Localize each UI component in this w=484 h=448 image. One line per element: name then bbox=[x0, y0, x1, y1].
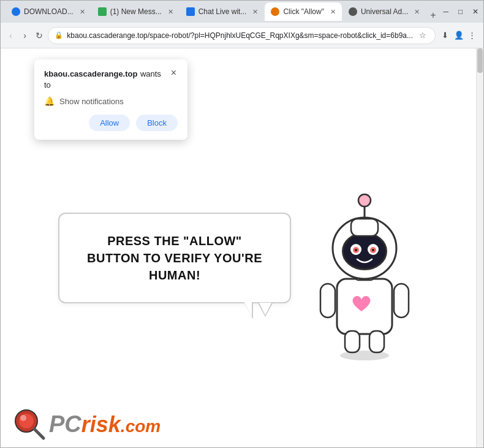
window-controls: ─ □ ✕ bbox=[440, 6, 482, 18]
page-content: kbaou.cascaderange.top wants to × 🔔 Show… bbox=[1, 48, 483, 447]
tab-favicon-mail bbox=[98, 7, 107, 16]
minimize-button[interactable]: ─ bbox=[440, 6, 452, 18]
speech-bubble-wrapper: PRESS THE "ALLOW" BUTTON TO VERIFY YOU'R… bbox=[58, 213, 291, 303]
tab-label-allow: Click "Allow" bbox=[283, 7, 324, 16]
download-icon[interactable]: ⬇ bbox=[439, 29, 452, 42]
logo-risk: risk bbox=[81, 412, 121, 438]
robot-illustration bbox=[303, 181, 426, 352]
back-button[interactable]: ‹ bbox=[6, 27, 16, 44]
popup-to-text: to bbox=[44, 80, 51, 89]
star-icon[interactable]: ☆ bbox=[417, 29, 429, 42]
logo-text-group: PC risk .com bbox=[49, 411, 161, 438]
robot-left-leg bbox=[345, 331, 360, 352]
popup-notification-row: 🔔 Show notifications bbox=[44, 96, 178, 106]
tab-label-downloading: DOWNLOAD... bbox=[24, 7, 74, 16]
address-bar-row: ‹ › ↻ 🔒 kbaou.cascaderange.top/space-rob… bbox=[1, 23, 483, 48]
tab-favicon-downloading bbox=[12, 7, 20, 16]
address-icons: ☆ bbox=[417, 29, 429, 42]
bell-icon: 🔔 bbox=[44, 96, 55, 106]
tab-close-chat[interactable]: ✕ bbox=[252, 8, 258, 16]
tab-universal[interactable]: Universal Ad... ✕ bbox=[342, 2, 426, 21]
forward-button[interactable]: › bbox=[20, 27, 30, 44]
lock-icon: 🔒 bbox=[55, 31, 63, 39]
scrollbar-thumb[interactable] bbox=[477, 48, 483, 73]
popup-header: kbaou.cascaderange.top wants to × bbox=[44, 68, 178, 90]
allow-button[interactable]: Allow bbox=[89, 115, 130, 131]
address-field[interactable]: 🔒 kbaou.cascaderange.top/space-robot/?pl… bbox=[48, 27, 436, 44]
logo-magnifier-icon bbox=[13, 408, 47, 441]
content-section: PRESS THE "ALLOW" BUTTON TO VERIFY YOU'R… bbox=[1, 181, 483, 352]
popup-wants-text: wants bbox=[140, 69, 161, 78]
block-button[interactable]: Block bbox=[136, 115, 178, 131]
robot-antenna-ball bbox=[358, 194, 371, 207]
scrollbar[interactable] bbox=[476, 48, 483, 447]
tab-mail[interactable]: (1) New Mess... ✕ bbox=[92, 2, 180, 21]
title-bar: DOWNLOAD... ✕ (1) New Mess... ✕ Chat Liv… bbox=[1, 1, 483, 23]
tab-close-mail[interactable]: ✕ bbox=[168, 8, 173, 16]
robot-right-arm bbox=[394, 284, 409, 317]
popup-buttons: Allow Block bbox=[44, 115, 178, 131]
notification-popup: kbaou.cascaderange.top wants to × 🔔 Show… bbox=[34, 59, 187, 140]
logo-com: .com bbox=[121, 417, 161, 436]
browser-window: DOWNLOAD... ✕ (1) New Mess... ✕ Chat Liv… bbox=[0, 0, 484, 448]
tabs-row: DOWNLOAD... ✕ (1) New Mess... ✕ Chat Liv… bbox=[6, 2, 440, 21]
robot-left-arm bbox=[320, 284, 335, 317]
tab-favicon-allow bbox=[271, 7, 279, 16]
robot-right-leg bbox=[369, 331, 384, 352]
bubble-text: PRESS THE "ALLOW" BUTTON TO VERIFY YOU'R… bbox=[87, 234, 262, 282]
tab-label-chat: Chat Live wit... bbox=[199, 7, 247, 16]
tab-label-universal: Universal Ad... bbox=[361, 7, 408, 16]
show-notifications-label: Show notifications bbox=[59, 97, 124, 106]
tab-close-universal[interactable]: ✕ bbox=[414, 8, 420, 16]
svg-line-3 bbox=[34, 429, 43, 438]
robot-right-pupil bbox=[372, 249, 374, 251]
popup-close-button[interactable]: × bbox=[170, 68, 178, 78]
robot-helmet-top bbox=[351, 219, 378, 236]
robot-left-pupil bbox=[355, 249, 357, 251]
bubble-tail-fill bbox=[259, 303, 271, 315]
tab-close-allow[interactable]: ✕ bbox=[330, 8, 336, 16]
tab-favicon-universal bbox=[349, 7, 357, 16]
tab-chat[interactable]: Chat Live wit... ✕ bbox=[180, 2, 265, 21]
toolbar-icons: ⬇ 👤 ⋮ bbox=[439, 29, 478, 42]
popup-site-info: kbaou.cascaderange.top wants to bbox=[44, 68, 161, 90]
robot-visor bbox=[344, 234, 385, 268]
menu-icon[interactable]: ⋮ bbox=[466, 29, 478, 42]
svg-point-2 bbox=[20, 415, 26, 421]
tab-favicon-chat bbox=[186, 7, 195, 16]
tab-label-mail: (1) New Mess... bbox=[110, 7, 162, 16]
address-text: kbaou.cascaderange.top/space-robot/?pl=H… bbox=[67, 31, 413, 40]
reload-button[interactable]: ↻ bbox=[34, 27, 44, 44]
account-icon[interactable]: 👤 bbox=[453, 29, 465, 42]
tab-close-downloading[interactable]: ✕ bbox=[80, 8, 85, 16]
close-button[interactable]: ✕ bbox=[469, 6, 482, 18]
new-tab-button[interactable]: + bbox=[426, 10, 439, 21]
maximize-button[interactable]: □ bbox=[455, 6, 467, 18]
tab-downloading[interactable]: DOWNLOAD... ✕ bbox=[6, 2, 91, 21]
tab-allow[interactable]: Click "Allow" ✕ bbox=[265, 2, 342, 21]
pcrisk-logo: PC risk .com bbox=[13, 408, 161, 441]
logo-pc: PC bbox=[49, 411, 81, 438]
popup-site-name: kbaou.cascaderange.top bbox=[44, 69, 137, 78]
speech-bubble: PRESS THE "ALLOW" BUTTON TO VERIFY YOU'R… bbox=[58, 213, 291, 303]
